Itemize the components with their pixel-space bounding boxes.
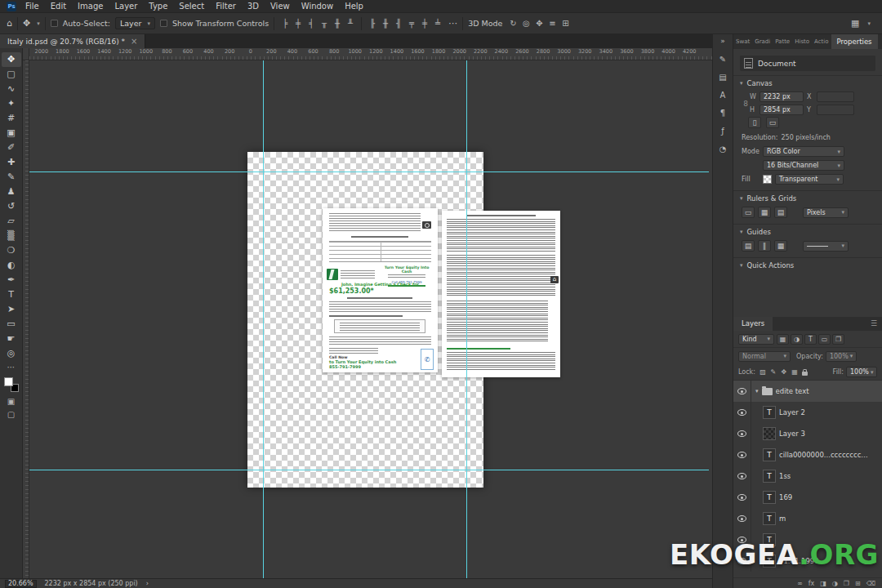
x-field[interactable] (817, 91, 854, 102)
menu-item[interactable]: Image (72, 0, 109, 13)
dodge-tool[interactable]: ◐ (2, 258, 21, 273)
layer-fill-dropdown[interactable]: 100% ▾ (846, 367, 877, 377)
lock-artboard-icon[interactable]: ▦ (790, 368, 800, 377)
menu-item[interactable]: File (20, 0, 45, 13)
panel-tab[interactable]: Histo (792, 34, 812, 49)
3d-slide-icon[interactable]: ≡ (546, 19, 558, 28)
vertical-ruler[interactable] (23, 60, 29, 578)
opacity-dropdown[interactable]: 100% ▾ (826, 351, 857, 362)
eye-icon[interactable] (737, 409, 746, 416)
orientation-portrait-icon[interactable]: ▯ (748, 117, 761, 128)
tab-properties[interactable]: Properties (831, 34, 878, 49)
eye-icon[interactable] (737, 430, 746, 437)
adjustment-layer-icon[interactable]: ◑ (832, 580, 838, 587)
color-swatches[interactable] (4, 377, 19, 392)
tool-preset-caret-icon[interactable]: ▾ (37, 20, 40, 27)
filter-adjustment-layers-icon[interactable]: ◑ (791, 334, 803, 345)
layer-name[interactable]: m (779, 514, 786, 523)
align-icon[interactable]: ╪ (292, 19, 304, 28)
shape-tool[interactable]: ▭ (2, 317, 21, 332)
grid-settings-icon[interactable]: ▤ (774, 207, 787, 218)
menu-item[interactable]: Edit (45, 0, 72, 13)
paragraph-panel-icon[interactable]: ¶ (715, 106, 730, 120)
color-mode-dropdown[interactable]: RGB Color ▾ (763, 146, 844, 157)
filter-shape-layers-icon[interactable]: ▭ (818, 334, 831, 345)
panel-tab[interactable]: Gradi (752, 34, 773, 49)
brush-tool[interactable]: ✎ (2, 170, 21, 185)
lasso-tool[interactable]: ∿ (2, 82, 21, 96)
hand-tool[interactable]: ☛ (2, 332, 21, 346)
layer-row[interactable]: ▾ T 169 (733, 487, 882, 508)
menu-item[interactable]: Filter (210, 0, 242, 13)
distribute-icon[interactable]: ╢ (393, 19, 404, 28)
stroke-panel-icon[interactable]: ƒ (715, 124, 730, 138)
guide-layout-icon[interactable]: ▦ (774, 240, 787, 252)
vertical-guide[interactable] (263, 60, 264, 578)
visibility-cell[interactable] (733, 381, 751, 402)
menu-item[interactable]: 3D (242, 0, 265, 13)
canvas-viewport[interactable]: Turn Your Equity Into Cash Call 855-791-… (29, 60, 712, 578)
crop-tool[interactable]: # (2, 111, 21, 126)
layer-row[interactable]: ▾ T edite text (733, 381, 882, 402)
align-icon[interactable]: ╫ (332, 19, 343, 28)
lock-transparency-icon[interactable]: ▨ (758, 368, 768, 377)
layer-row[interactable]: ▾ T Layer 3 (733, 423, 882, 444)
layer-name[interactable]: cilla0000000...cccccccc<0 d (779, 451, 869, 459)
delete-layer-icon[interactable]: ⌫ (866, 580, 875, 587)
edit-toolbar-icon[interactable]: ⋯ (2, 361, 21, 374)
layer-name[interactable]: Layer 3 (779, 430, 805, 438)
visibility-cell[interactable] (733, 466, 751, 487)
layer-name[interactable]: edite text (776, 387, 809, 395)
distribute-icon[interactable]: ╧ (432, 19, 443, 28)
foreground-color-swatch[interactable] (4, 377, 13, 386)
menu-item[interactable]: Help (339, 0, 369, 13)
distribute-icon[interactable]: ╤ (406, 19, 417, 28)
menu-item[interactable]: Layer (109, 0, 143, 13)
group-chevron-icon[interactable]: ▾ (755, 388, 759, 394)
horizontal-guide[interactable] (29, 470, 709, 470)
clone-stamp-tool[interactable]: ♟ (2, 185, 21, 199)
document-type-row[interactable]: Document (740, 56, 875, 71)
panel-tab[interactable]: Swat (733, 34, 752, 49)
layer-name[interactable]: Layer 2 (779, 408, 805, 416)
layer-name[interactable]: 1ss (779, 472, 791, 480)
align-icon[interactable]: ╥ (318, 19, 330, 28)
brushes-panel-icon[interactable]: ✎ (715, 52, 730, 66)
home-icon[interactable]: ⌂ (7, 18, 12, 29)
blur-tool[interactable]: ❍ (2, 243, 21, 258)
quick-mask-icon[interactable]: ▣ (2, 395, 21, 408)
history-brush-tool[interactable]: ↺ (2, 199, 21, 214)
workspace-switcher-icon[interactable]: ▦ (851, 18, 859, 29)
filter-smart-objects-icon[interactable]: ❐ (832, 334, 844, 345)
zoom-tool[interactable]: ◎ (2, 346, 21, 361)
layer-row[interactable]: ▾ T Layer 2 (733, 402, 882, 423)
expand-panels-icon[interactable]: » (720, 37, 725, 48)
link-dimensions-icon[interactable]: 8 (742, 91, 750, 115)
section-canvas[interactable]: ▾ Canvas (733, 75, 882, 90)
horizontal-ruler[interactable]: 2000180016001400120010008006004002000200… (29, 48, 712, 60)
status-arrow-icon[interactable]: › (146, 580, 149, 587)
rulers-toggle-icon[interactable]: ▭ (742, 207, 755, 218)
swatches-panel-icon[interactable]: ▤ (715, 70, 730, 84)
layer-effects-icon[interactable]: fx (808, 580, 815, 587)
type-tool[interactable]: T (2, 287, 21, 302)
new-layer-icon[interactable]: ⊞ (855, 580, 861, 587)
eyedropper-tool[interactable]: ✐ (2, 140, 21, 155)
orientation-landscape-icon[interactable]: ▭ (766, 117, 779, 128)
align-icon[interactable]: ╡ (305, 19, 317, 28)
visibility-cell[interactable] (733, 423, 751, 444)
menu-item[interactable]: Type (143, 0, 173, 13)
chevron-down-icon[interactable]: ▾ (867, 20, 871, 27)
layer-thumbnail[interactable] (763, 427, 776, 440)
height-field[interactable]: 2854 px (760, 105, 804, 115)
lock-pixels-icon[interactable]: ✎ (768, 368, 778, 377)
history-panel-icon[interactable]: ◔ (715, 142, 730, 156)
panel-tab[interactable]: Actio (812, 34, 831, 49)
kind-filter-dropdown[interactable]: Kind ▾ (738, 334, 774, 345)
section-quick-actions[interactable]: ▾ Quick Actions (733, 257, 882, 272)
distribute-icon[interactable]: ╫ (380, 19, 391, 28)
document-tab[interactable]: Italy id.psd @ 20.7% (RGB/16) * × (0, 34, 145, 48)
vertical-guide[interactable] (466, 60, 467, 578)
eye-icon[interactable] (737, 494, 746, 501)
menu-item[interactable]: Window (296, 0, 339, 13)
